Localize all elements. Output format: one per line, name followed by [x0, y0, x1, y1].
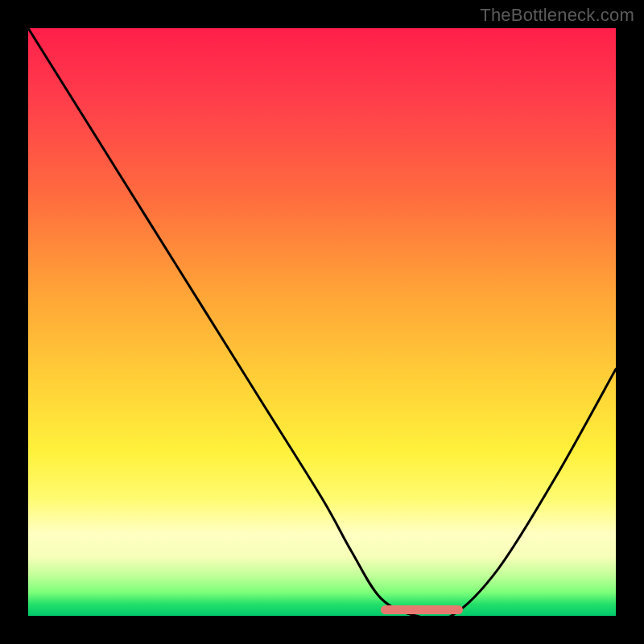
chart-frame: TheBottleneck.com — [0, 0, 644, 644]
curve-svg — [28, 28, 616, 616]
bottleneck-curve — [28, 28, 616, 616]
plot-area — [28, 28, 616, 616]
optimal-range-marker — [381, 605, 463, 614]
watermark-text: TheBottleneck.com — [480, 5, 634, 26]
